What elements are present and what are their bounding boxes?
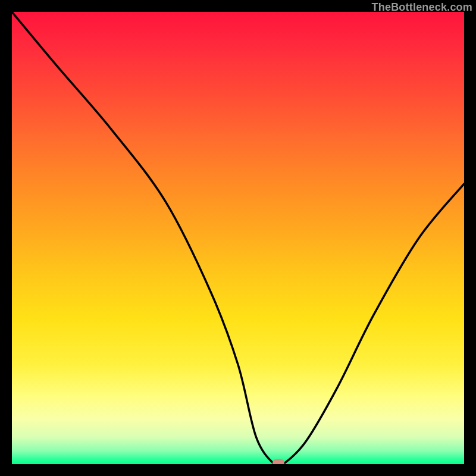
curve-svg bbox=[12, 12, 464, 464]
plot-area bbox=[12, 12, 464, 464]
bottleneck-curve bbox=[12, 12, 464, 464]
chart-canvas: TheBottleneck.com bbox=[0, 0, 476, 476]
optimum-marker bbox=[273, 459, 284, 464]
